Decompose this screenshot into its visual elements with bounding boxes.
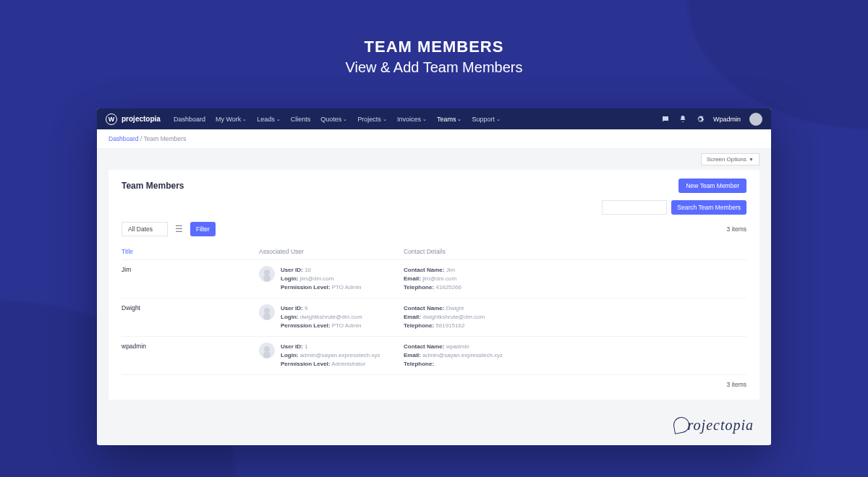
team-members-panel: Team Members New Team Member Search Team… (109, 170, 760, 400)
footer-brand: rojectopia (97, 407, 771, 445)
bell-icon[interactable] (678, 115, 687, 124)
hero-title: TEAM MEMBERS (0, 38, 868, 56)
chevron-down-icon: ⌄ (343, 116, 347, 122)
chevron-down-icon: ⌄ (276, 116, 281, 122)
row-title[interactable]: wpadmin (122, 343, 259, 369)
chevron-down-icon: ⌄ (457, 116, 461, 122)
panel-title: Team Members (122, 181, 184, 191)
screen-options-button[interactable]: Screen Options ▼ (701, 153, 760, 166)
nav-item-quotes[interactable]: Quotes⌄ (320, 116, 347, 123)
chevron-down-icon: ▼ (749, 157, 754, 162)
top-nav-bar: W projectopia DashboardMy Work⌄Leads⌄Cli… (97, 108, 771, 129)
items-count-top: 3 items (727, 225, 746, 233)
new-team-member-button[interactable]: New Team Member (678, 179, 746, 193)
chevron-down-icon: ⌄ (496, 116, 501, 122)
nav-item-dashboard[interactable]: Dashboard (174, 116, 205, 123)
nav-item-projects[interactable]: Projects⌄ (357, 116, 387, 123)
avatar-icon (259, 266, 275, 282)
breadcrumb: Dashboard / Team Members (97, 129, 771, 149)
nav-item-support[interactable]: Support⌄ (472, 116, 501, 123)
avatar-icon (259, 304, 275, 320)
nav-item-teams[interactable]: Teams⌄ (437, 116, 462, 123)
items-count-bottom: 3 items (727, 381, 746, 388)
user-avatar[interactable] (749, 113, 762, 126)
table-row[interactable]: DwightUser ID: 9Login: dwightkshrute@dm.… (122, 298, 746, 337)
filter-button[interactable]: Filter (190, 222, 216, 236)
avatar-icon (259, 343, 275, 358)
breadcrumb-current: Team Members (144, 135, 187, 142)
chevron-down-icon: ⌄ (383, 116, 387, 122)
table-header: Title Associated User Contact Details (122, 244, 746, 260)
sort-icon[interactable]: ☰ (175, 224, 183, 234)
chat-icon[interactable] (661, 115, 670, 124)
date-filter-select[interactable]: All Dates (122, 222, 168, 236)
nav-item-leads[interactable]: Leads⌄ (257, 116, 281, 123)
nav-item-clients[interactable]: Clients (291, 116, 311, 123)
hero-subtitle: View & Add Team Members (0, 59, 868, 76)
nav-item-invoices[interactable]: Invoices⌄ (397, 116, 427, 123)
table-row[interactable]: wpadminUser ID: 1Login: admin@sayan.expr… (122, 337, 746, 375)
username-label[interactable]: Wpadmin (713, 116, 741, 123)
app-window: W projectopia DashboardMy Work⌄Leads⌄Cli… (97, 108, 771, 445)
row-title[interactable]: Dwight (122, 304, 259, 330)
search-button[interactable]: Search Team Members (671, 200, 746, 215)
chevron-down-icon: ⌄ (242, 116, 247, 122)
row-title[interactable]: Jim (122, 266, 259, 292)
search-input[interactable] (602, 200, 667, 215)
column-contact: Contact Details (404, 248, 746, 255)
wordpress-logo-icon: W (106, 113, 117, 125)
breadcrumb-root[interactable]: Dashboard (109, 135, 139, 142)
gear-icon[interactable] (696, 115, 705, 124)
brand-label: projectopia (122, 115, 161, 123)
column-title[interactable]: Title (122, 248, 259, 255)
table-row[interactable]: JimUser ID: 10Login: jim@dm.comPermissio… (122, 260, 746, 298)
chevron-down-icon: ⌄ (422, 116, 427, 122)
nav-item-my-work[interactable]: My Work⌄ (216, 116, 247, 123)
column-user: Associated User (259, 248, 404, 255)
main-nav: DashboardMy Work⌄Leads⌄ClientsQuotes⌄Pro… (174, 116, 501, 123)
